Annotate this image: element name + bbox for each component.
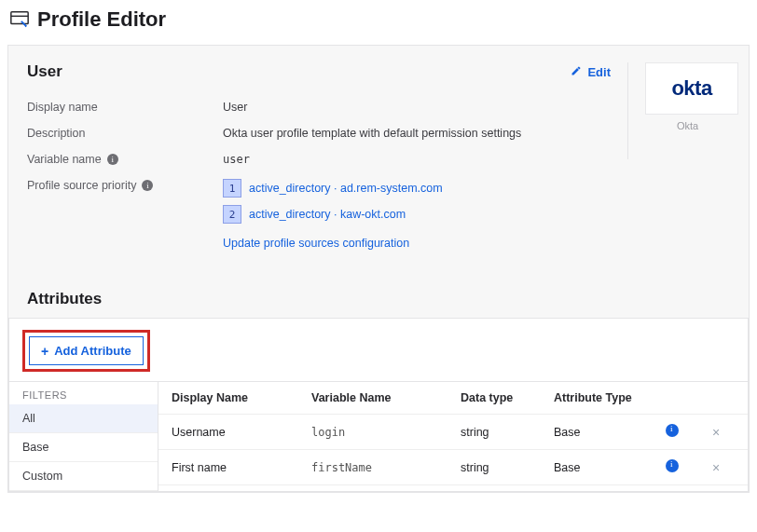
grid-header: Display Name Variable Name Data type Att… [158, 382, 748, 415]
highlight-annotation: + Add Attribute [22, 330, 150, 372]
cell-variable-name: firstName [311, 461, 461, 474]
profile-source-link[interactable]: active_directory · ad.rem-system.com [249, 182, 443, 195]
description-value: Okta user profile template with default … [223, 127, 611, 140]
filters-title: FILTERS [9, 382, 158, 404]
profile-editor-icon [9, 9, 30, 30]
cell-display-name: First name [172, 461, 311, 474]
description-label: Description [27, 127, 223, 140]
filter-base[interactable]: Base [9, 433, 158, 462]
page-title: Profile Editor [37, 7, 166, 32]
profile-source-list: 1 active_directory · ad.rem-system.com 2… [223, 179, 611, 250]
col-attribute-type: Attribute Type [554, 391, 666, 404]
pencil-icon [571, 65, 582, 79]
priority-badge: 1 [223, 179, 241, 198]
col-data-type: Data type [461, 391, 554, 404]
delete-icon[interactable]: × [699, 425, 733, 440]
logo-caption: Okta [645, 120, 730, 131]
attributes-grid: Display Name Variable Name Data type Att… [158, 382, 748, 491]
logo-card: okta Okta [627, 62, 730, 159]
svg-rect-0 [11, 12, 28, 24]
priority-badge: 2 [223, 205, 241, 224]
add-attribute-button[interactable]: + Add Attribute [29, 336, 144, 365]
cell-display-name: Username [172, 426, 311, 439]
filter-all[interactable]: All [9, 404, 158, 433]
cell-data-type: string [461, 426, 554, 439]
display-name-value: User [223, 101, 611, 114]
edit-label: Edit [587, 65, 611, 79]
info-icon[interactable] [666, 424, 679, 437]
info-icon[interactable] [666, 459, 679, 472]
profile-source-label: Profile source priority i [27, 179, 223, 192]
cell-variable-name: login [311, 426, 461, 439]
profile-source-item: 1 active_directory · ad.rem-system.com [223, 179, 611, 198]
filter-custom[interactable]: Custom [9, 462, 158, 491]
cell-attribute-type: Base [554, 426, 666, 439]
col-display-name: Display Name [172, 391, 311, 404]
okta-logo: okta [645, 62, 738, 115]
cell-data-type: string [461, 461, 554, 474]
attributes-panel: + Add Attribute FILTERS All Base Custom … [8, 318, 749, 492]
info-icon[interactable]: i [107, 154, 118, 165]
variable-name-value: user [223, 153, 611, 166]
update-profile-sources-link[interactable]: Update profile sources configuration [223, 237, 409, 250]
attributes-heading: Attributes [27, 290, 730, 308]
user-heading: User [27, 62, 62, 81]
col-variable-name: Variable Name [311, 391, 461, 404]
variable-name-label: Variable name i [27, 153, 223, 166]
info-icon[interactable]: i [142, 180, 153, 191]
main-panel: User Edit Display name User Description … [7, 45, 750, 493]
edit-user-link[interactable]: Edit [571, 65, 611, 79]
profile-source-item: 2 active_directory · kaw-okt.com [223, 205, 611, 224]
table-row: First name firstName string Base × [158, 450, 748, 485]
user-section: User Edit Display name User Description … [27, 62, 611, 256]
profile-source-link[interactable]: active_directory · kaw-okt.com [249, 208, 406, 221]
add-attribute-label: Add Attribute [54, 344, 131, 358]
page-header: Profile Editor [7, 0, 750, 45]
display-name-label: Display name [27, 101, 223, 114]
filters-sidebar: FILTERS All Base Custom [9, 382, 158, 491]
table-row: Username login string Base × [158, 415, 748, 450]
delete-icon[interactable]: × [699, 460, 733, 475]
plus-icon: + [41, 345, 48, 358]
cell-attribute-type: Base [554, 461, 666, 474]
